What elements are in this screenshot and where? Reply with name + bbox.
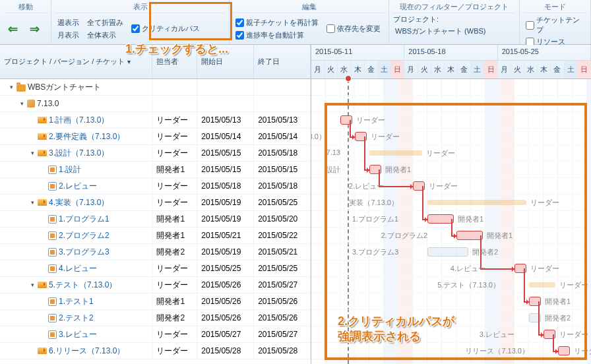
node-label[interactable]: 3.レビュー xyxy=(59,329,97,340)
table-row[interactable]: ▾ WBSガントチャート xyxy=(0,79,311,96)
cell-start: 2015/05/19 xyxy=(197,195,254,210)
gantt-day-label: 火 xyxy=(325,61,338,78)
project-label: プロジェクト: xyxy=(393,15,439,24)
cell-end xyxy=(254,96,311,111)
gantt-bar[interactable] xyxy=(427,200,526,205)
table-row[interactable]: 1.テスト1 開発者1 2015/05/26 2015/05/26 xyxy=(0,293,311,310)
node-label[interactable]: 1.計画（7.13.0） xyxy=(49,115,109,126)
week-view-button[interactable]: 週表示 xyxy=(55,17,81,28)
gantt-day-label: 火 xyxy=(418,61,431,78)
node-label[interactable]: 4.実装（7.13.0） xyxy=(49,197,109,208)
node-label[interactable]: 4.レビュー xyxy=(59,263,97,274)
gantt-bar[interactable] xyxy=(427,247,468,257)
gantt-bar[interactable] xyxy=(427,214,454,224)
expand-all-button[interactable]: 全体表示 xyxy=(85,30,125,41)
project-value[interactable]: WBSガントチャート (WBS) xyxy=(393,26,488,37)
cell-start: 2015/05/26 xyxy=(197,310,254,326)
nav-prev-button[interactable]: ⇐ xyxy=(4,22,22,36)
tree-toggle[interactable]: ▾ xyxy=(29,150,36,156)
gantt-row: リーダー3.レビュー xyxy=(311,326,591,343)
pkg-icon xyxy=(27,100,35,107)
gantt-row: 開発者1 xyxy=(311,293,591,310)
cell-start: 2015/05/15 xyxy=(197,162,254,177)
section-display-title: 表示 xyxy=(55,1,225,13)
table-row[interactable]: 2.要件定義（7.13.0） リーダー 2015/05/14 2015/05/1… xyxy=(0,129,311,145)
gantt-row: リーダーリリース（7.13.0） xyxy=(311,343,591,359)
grid-header-start[interactable]: 開始日 xyxy=(197,45,254,78)
node-label[interactable]: 2.要件定義（7.13.0） xyxy=(49,131,125,142)
table-row[interactable]: 4.レビュー リーダー 2015/05/25 2015/05/25 xyxy=(0,260,311,277)
node-label[interactable]: 2.レビュー xyxy=(59,181,97,192)
table-row[interactable]: 1.計画（7.13.0） リーダー 2015/05/13 2015/05/13 xyxy=(0,112,311,129)
gantt-bar[interactable] xyxy=(558,346,570,355)
cell-start: 2015/05/15 xyxy=(197,145,254,161)
collapse-all-button[interactable]: 全て折畳み xyxy=(85,17,125,28)
gantt-row: リーダー実装（7.13.0） xyxy=(311,195,591,211)
node-label[interactable]: 5.テスト（7.13.0） xyxy=(49,280,117,291)
table-row[interactable]: 2.レビュー リーダー 2015/05/18 2015/05/18 xyxy=(0,178,311,195)
nav-next-button[interactable]: ⇒ xyxy=(26,22,44,36)
change-dep-checkbox[interactable]: 依存先を変更 xyxy=(325,23,383,34)
section-mode-title: モード xyxy=(524,1,586,13)
gantt-bar[interactable] xyxy=(529,282,555,288)
table-row[interactable]: 3.プログラム3 開発者2 2015/05/19 2015/05/21 xyxy=(0,244,311,260)
cell-assignee: 開発者1 xyxy=(152,228,197,243)
gantt-bar-label: リーダー xyxy=(530,264,559,274)
cell-assignee: リーダー xyxy=(152,195,197,210)
gantt-row: リーダー13.0） xyxy=(311,129,591,145)
cell-end xyxy=(254,79,311,95)
cell-assignee: 開発者2 xyxy=(152,244,197,260)
grid-header-assignee[interactable]: 担当者 xyxy=(152,45,197,78)
auto-progress-checkbox[interactable]: 進捗率を自動計算 xyxy=(233,30,321,41)
gantt-bar-label: リーダー xyxy=(559,280,588,290)
table-row[interactable]: ▾ 3.設計（7.13.0） リーダー 2015/05/15 2015/05/1… xyxy=(0,145,311,162)
gantt-bar-label: リーダー xyxy=(530,198,559,208)
tree-toggle[interactable]: ▾ xyxy=(29,199,36,206)
table-row[interactable]: 6.リリース（7.13.0） リーダー 2015/05/28 2015/05/2… xyxy=(0,343,311,359)
ticket-template-checkbox[interactable]: チケットテンプ xyxy=(524,15,586,36)
month-view-button[interactable]: 月表示 xyxy=(55,30,81,41)
gantt-day-label: 木 xyxy=(445,61,458,78)
node-label[interactable]: 1.設計 xyxy=(59,164,81,175)
gantt-bar[interactable] xyxy=(456,231,483,240)
gantt-bar-label: リーダー xyxy=(429,181,458,191)
node-label[interactable]: 3.プログラム3 xyxy=(59,247,109,258)
gantt-header: 2015-05-112015-05-182015-05-25 月火水木金土日月火… xyxy=(311,45,591,79)
tree-toggle[interactable]: ▾ xyxy=(8,84,15,90)
node-label[interactable]: 2.テスト2 xyxy=(59,313,94,324)
critical-path-input[interactable] xyxy=(131,24,140,33)
node-label[interactable]: 2.プログラム2 xyxy=(59,230,109,241)
node-label[interactable]: 1.プログラム1 xyxy=(59,214,109,225)
gantt-bar[interactable] xyxy=(369,150,422,156)
sub-icon xyxy=(48,182,57,191)
table-row[interactable]: ▾ 4.実装（7.13.0） リーダー 2015/05/19 2015/05/2… xyxy=(0,195,311,211)
gantt-day-label: 水 xyxy=(431,61,445,78)
gantt-bar-label: リーダー xyxy=(356,115,385,125)
node-label[interactable]: 3.設計（7.13.0） xyxy=(49,148,109,159)
recalc-parent-checkbox[interactable]: 親子チケットを再計算 xyxy=(233,17,321,28)
table-row[interactable]: 2.テスト2 開発者2 2015/05/26 2015/05/26 xyxy=(0,310,311,326)
gantt-panel: 2015-05-112015-05-182015-05-25 月火水木金土日月火… xyxy=(311,45,591,364)
table-row[interactable]: 1.プログラム1 開発者1 2015/05/19 2015/05/20 xyxy=(0,211,311,228)
gantt-body[interactable]: リーダー リーダー13.0）リーダー7.13 開発者1設計 リーダー2.レビュー… xyxy=(311,79,591,364)
tree-toggle[interactable]: ▾ xyxy=(29,282,36,288)
gantt-row: リーダー5.テスト（7.13.0） xyxy=(311,277,591,293)
table-row[interactable]: 3.レビュー リーダー 2015/05/27 2015/05/27 xyxy=(0,326,311,343)
cell-end: 2015/05/27 xyxy=(254,326,311,342)
table-row[interactable]: ▾ 5.テスト（7.13.0） リーダー 2015/05/26 2015/05/… xyxy=(0,277,311,293)
gantt-day-label: 月 xyxy=(404,61,418,78)
table-row[interactable]: ▾ 7.13.0 xyxy=(0,96,311,112)
gantt-bar-label: 開発者1 xyxy=(385,165,411,175)
grid-header-end[interactable]: 終了日 xyxy=(254,45,311,78)
table-row[interactable]: 1.設計 開発者1 2015/05/15 2015/05/15 xyxy=(0,162,311,178)
cell-assignee: 開発者1 xyxy=(152,162,197,177)
gantt-day-label: 木 xyxy=(352,61,365,78)
node-label[interactable]: 1.テスト1 xyxy=(59,296,94,307)
node-label[interactable]: 6.リリース（7.13.0） xyxy=(49,346,125,357)
tree-toggle[interactable]: ▾ xyxy=(18,100,25,107)
table-row[interactable]: 2.プログラム2 開発者1 2015/05/21 2015/05/22 xyxy=(0,228,311,244)
grid-header-tree[interactable]: プロジェクト / バージョン / チケット xyxy=(4,57,131,67)
gantt-bar-label: 開発者1 xyxy=(487,231,513,241)
section-filter-title: 現在のフィルター／プロジェクト xyxy=(393,1,515,13)
critical-path-checkbox[interactable]: クリティカルパス xyxy=(129,23,202,34)
